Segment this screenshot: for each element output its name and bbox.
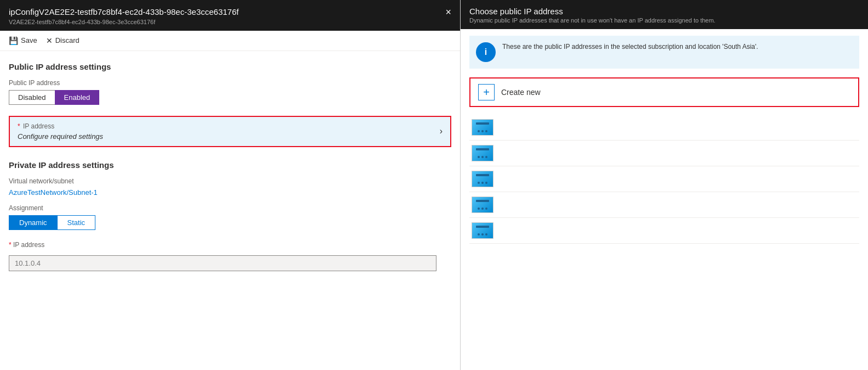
left-panel: ipConfigV2AE2E2-testfb7c8bf4-ec2d-433b-9… bbox=[0, 0, 461, 370]
list-item[interactable] bbox=[469, 166, 859, 192]
ip-address-label: IP address bbox=[23, 122, 54, 130]
private-ip-input[interactable] bbox=[9, 255, 436, 271]
plus-icon: + bbox=[478, 84, 495, 100]
assignment-label: Assignment bbox=[9, 204, 451, 212]
save-label: Save bbox=[21, 36, 37, 44]
discard-button[interactable]: ✕ Discard bbox=[46, 36, 80, 45]
panel-title: ipConfigV2AE2E2-testfb7c8bf4-ec2d-433b-9… bbox=[9, 7, 451, 18]
info-icon: i bbox=[476, 42, 496, 62]
enabled-toggle-button[interactable]: Enabled bbox=[55, 90, 100, 105]
save-button[interactable]: 💾 Save bbox=[9, 36, 37, 45]
right-content: i These are the public IP addresses in t… bbox=[461, 29, 868, 370]
chevron-right-icon: › bbox=[440, 126, 442, 136]
public-ip-title: Public IP address settings bbox=[9, 62, 451, 71]
left-content: Public IP address settings Public IP add… bbox=[0, 51, 460, 371]
dynamic-toggle-button[interactable]: Dynamic bbox=[9, 215, 57, 230]
info-banner: i These are the public IP addresses in t… bbox=[469, 36, 859, 69]
vnet-link[interactable]: AzureTestNetwork/Subnet-1 bbox=[9, 188, 451, 197]
right-panel: Choose public IP address Dynamic public … bbox=[461, 0, 868, 370]
list-item[interactable] bbox=[469, 115, 859, 141]
create-new-row[interactable]: + Create new bbox=[469, 77, 859, 107]
private-ip-title: Private IP address settings bbox=[9, 160, 451, 170]
discard-icon: ✕ bbox=[46, 36, 53, 45]
list-item[interactable] bbox=[469, 218, 859, 244]
discard-label: Discard bbox=[55, 36, 80, 44]
assignment-toggle-group: Dynamic Static bbox=[9, 215, 451, 230]
save-icon: 💾 bbox=[9, 36, 18, 45]
private-ip-section: Private IP address settings Virtual netw… bbox=[9, 160, 451, 271]
panel-subtitle: V2AE2E2-testfb7c8bf4-ec2d-433b-98ec-3e3c… bbox=[9, 19, 451, 25]
required-star: * bbox=[18, 122, 20, 130]
right-header: Choose public IP address Dynamic public … bbox=[461, 0, 868, 29]
right-panel-title: Choose public IP address bbox=[469, 7, 859, 16]
info-text: These are the public IP addresses in the… bbox=[502, 42, 758, 52]
static-toggle-button[interactable]: Static bbox=[57, 215, 96, 230]
public-ip-field-label: Public IP address bbox=[9, 79, 451, 87]
vnet-label: Virtual network/subnet bbox=[9, 177, 451, 185]
ip-resource-icon bbox=[472, 171, 493, 187]
ip-resource-icon bbox=[472, 222, 493, 239]
public-ip-toggle-group: Disabled Enabled bbox=[9, 90, 451, 105]
ip-resource-icon bbox=[472, 145, 493, 161]
ip-address-row[interactable]: * IP address Configure required settings… bbox=[9, 116, 451, 147]
ip-resource-icon bbox=[472, 119, 493, 136]
private-ip-label: IP address bbox=[13, 241, 44, 249]
toolbar: 💾 Save ✕ Discard bbox=[0, 31, 460, 51]
close-button[interactable]: × bbox=[445, 7, 451, 18]
disabled-toggle-button[interactable]: Disabled bbox=[9, 90, 55, 105]
required-star-private: * bbox=[9, 241, 13, 249]
left-header: ipConfigV2AE2E2-testfb7c8bf4-ec2d-433b-9… bbox=[0, 0, 460, 31]
list-item[interactable] bbox=[469, 141, 859, 166]
ip-address-placeholder: Configure required settings bbox=[18, 132, 103, 141]
ip-resource-icon bbox=[472, 197, 493, 213]
right-panel-subtitle: Dynamic public IP addresses that are not… bbox=[469, 17, 859, 24]
list-item[interactable] bbox=[469, 192, 859, 218]
create-new-label: Create new bbox=[501, 88, 541, 97]
